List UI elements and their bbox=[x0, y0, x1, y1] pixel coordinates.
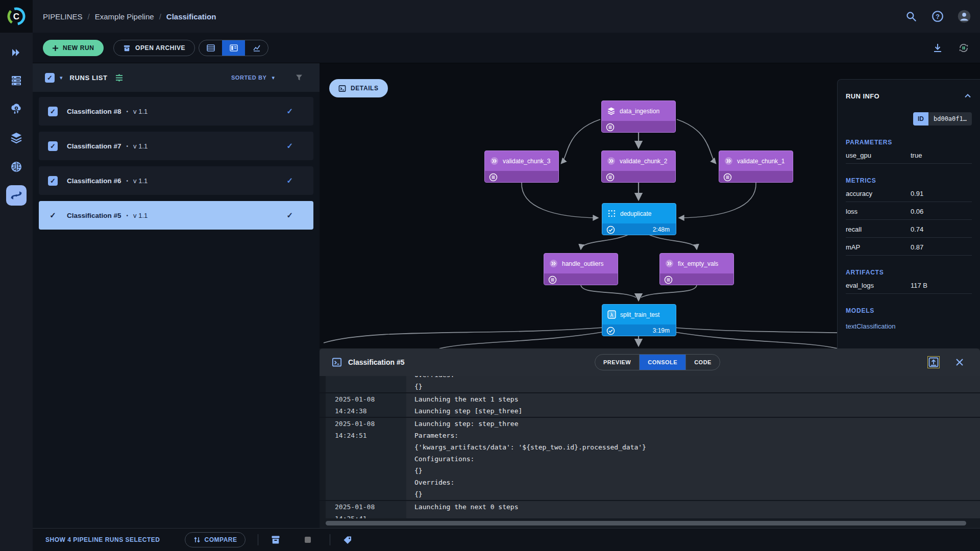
log-row: Overrides:{} bbox=[320, 376, 980, 392]
run-name: Classification #7 bbox=[67, 142, 121, 150]
breadcrumb-project[interactable]: Example Pipeline bbox=[95, 12, 154, 21]
pipeline-step-split_train_test[interactable]: λsplit_train_test3:19m bbox=[602, 304, 676, 336]
list-circle-icon bbox=[664, 276, 673, 284]
avatar[interactable] bbox=[958, 10, 971, 23]
model-link[interactable]: textClassification bbox=[846, 322, 972, 330]
row-checkbox[interactable]: ✓ bbox=[48, 107, 58, 116]
node-status-bar: 2:48m bbox=[602, 223, 676, 235]
log-line: {} bbox=[414, 381, 980, 392]
tab-console[interactable]: CONSOLE bbox=[639, 355, 685, 370]
node-status-bar: 3:19m bbox=[602, 324, 676, 336]
pipeline-step-data_ingestion[interactable]: data_ingestion bbox=[601, 101, 676, 133]
nav-data-management[interactable] bbox=[6, 98, 27, 119]
table-view-toggle[interactable] bbox=[199, 40, 222, 56]
filter-funnel-icon[interactable] bbox=[295, 73, 303, 82]
log-line: Overrides: bbox=[414, 376, 980, 381]
pipeline-step-deduplicate[interactable]: deduplicate2:48m bbox=[602, 203, 676, 235]
run-id-label: ID bbox=[913, 112, 928, 126]
nav-workers[interactable] bbox=[6, 70, 27, 91]
log-timestamp: 2025-01-08 14:25:41 bbox=[320, 501, 406, 518]
node-status-bar bbox=[602, 121, 675, 133]
node-header: validate_chunk_3 bbox=[485, 151, 558, 171]
abort-icon[interactable] bbox=[303, 535, 312, 544]
breadcrumb-pipelines[interactable]: PIPELINES bbox=[43, 12, 83, 21]
scrollbar-thumb[interactable] bbox=[326, 521, 966, 525]
tab-code[interactable]: CODE bbox=[685, 355, 720, 370]
metrics-view-toggle[interactable] bbox=[245, 40, 268, 56]
node-label: validate_chunk_3 bbox=[503, 158, 550, 165]
section-title-models: MODELS bbox=[846, 307, 972, 314]
select-all-checkbox[interactable]: ✓ bbox=[45, 73, 55, 83]
run-status-check-icon: ✓ bbox=[286, 141, 293, 151]
log-row: 2025-01-08 14:24:38Launching the next 1 … bbox=[320, 392, 980, 417]
info-value: 0.74 bbox=[911, 226, 923, 233]
archive-icon[interactable] bbox=[271, 535, 281, 545]
svg-text:?: ? bbox=[936, 13, 940, 20]
run-list-item[interactable]: ✓Classification #8•v 1.1✓ bbox=[39, 97, 313, 126]
tag-icon[interactable] bbox=[342, 535, 353, 545]
log-row: 2025-01-08 14:25:41Launching the next 0 … bbox=[320, 500, 980, 518]
nav-pipelines[interactable] bbox=[6, 185, 27, 206]
split-view-toggle[interactable] bbox=[222, 40, 245, 56]
clearml-logo[interactable]: C bbox=[0, 0, 33, 33]
nav-projects[interactable] bbox=[6, 42, 27, 63]
new-run-button[interactable]: NEW RUN bbox=[43, 40, 104, 56]
run-list-item[interactable]: ✓Classification #6•v 1.1✓ bbox=[39, 166, 313, 195]
runs-list-title: RUNS LIST bbox=[70, 74, 108, 82]
cloud-sync-icon bbox=[10, 102, 23, 115]
popout-icon[interactable] bbox=[928, 357, 939, 368]
divider bbox=[258, 534, 258, 545]
log-lines: Launching the next 1 stepsLaunching step… bbox=[406, 393, 980, 417]
row-checkbox[interactable]: ✓ bbox=[48, 141, 58, 151]
sorted-by-caret-icon[interactable]: ▾ bbox=[272, 74, 275, 81]
log-lines: Launching step: step_threeParameters:{'k… bbox=[406, 418, 980, 500]
nav-models[interactable] bbox=[6, 157, 27, 177]
info-value: 0.87 bbox=[911, 243, 923, 251]
console-log[interactable]: Overrides:{}2025-01-08 14:24:38Launching… bbox=[320, 376, 980, 518]
log-line: {} bbox=[414, 465, 980, 477]
search-icon[interactable] bbox=[904, 10, 918, 23]
close-icon[interactable] bbox=[954, 357, 965, 367]
details-button[interactable]: DETAILS bbox=[329, 79, 388, 97]
info-row: eval_logs117 B bbox=[846, 277, 972, 294]
pipeline-step-validate_chunk_2[interactable]: validate_chunk_2 bbox=[601, 151, 676, 183]
help-icon[interactable]: ? bbox=[931, 10, 944, 23]
compare-button[interactable]: COMPARE bbox=[185, 532, 246, 547]
auto-refresh-icon[interactable] bbox=[958, 42, 970, 54]
select-all-caret-icon[interactable]: ▾ bbox=[60, 74, 63, 81]
nav-datasets[interactable] bbox=[6, 128, 27, 148]
tab-preview[interactable]: PREVIEW bbox=[595, 355, 639, 370]
run-id-badge[interactable]: ID bd00a0f1… bbox=[913, 112, 972, 126]
log-timestamp: 2025-01-08 14:24:51 bbox=[320, 418, 406, 500]
list-circle-icon bbox=[723, 173, 732, 182]
run-list-item[interactable]: ✓Classification #5•v 1.1✓ bbox=[39, 201, 313, 230]
column-settings-icon[interactable] bbox=[115, 73, 124, 82]
node-label: data_ingestion bbox=[620, 108, 659, 115]
collapse-chevron-up-icon[interactable] bbox=[964, 92, 972, 100]
log-timestamp bbox=[320, 376, 406, 392]
node-header: validate_chunk_2 bbox=[602, 151, 675, 171]
console-panel: Classification #5 PREVIEWCONSOLECODE Ove… bbox=[320, 348, 980, 528]
run-dot: • bbox=[127, 109, 129, 114]
run-info-titlebar[interactable]: RUN INFO bbox=[846, 80, 972, 100]
pipeline-step-fix_empty_vals[interactable]: fix_empty_vals bbox=[659, 253, 734, 285]
pipeline-step-validate_chunk_3[interactable]: validate_chunk_3 bbox=[484, 151, 559, 183]
row-checkbox[interactable]: ✓ bbox=[48, 176, 58, 186]
pipeline-step-handle_outliers[interactable]: handle_outliers bbox=[544, 253, 618, 285]
download-icon[interactable] bbox=[932, 42, 943, 54]
svg-text:C: C bbox=[13, 12, 19, 21]
run-list-item[interactable]: ✓Classification #7•v 1.1✓ bbox=[39, 132, 313, 160]
info-key: use_gpu bbox=[846, 152, 911, 159]
run-dot: • bbox=[127, 213, 129, 218]
console-run-title: Classification #5 bbox=[348, 358, 405, 366]
lambda-icon: λ bbox=[607, 310, 616, 319]
console-horizontal-scrollbar bbox=[320, 518, 980, 528]
run-name: Classification #6 bbox=[67, 177, 121, 185]
row-checkbox[interactable]: ✓ bbox=[48, 211, 58, 220]
run-status-check-icon: ✓ bbox=[286, 176, 293, 185]
info-value: 0.06 bbox=[911, 208, 923, 215]
sorted-by-label[interactable]: SORTED BY bbox=[231, 74, 267, 81]
open-archive-button[interactable]: OPEN ARCHIVE bbox=[113, 40, 195, 56]
pipelines-icon bbox=[10, 189, 23, 202]
pipeline-step-validate_chunk_1[interactable]: validate_chunk_1 bbox=[719, 151, 793, 183]
